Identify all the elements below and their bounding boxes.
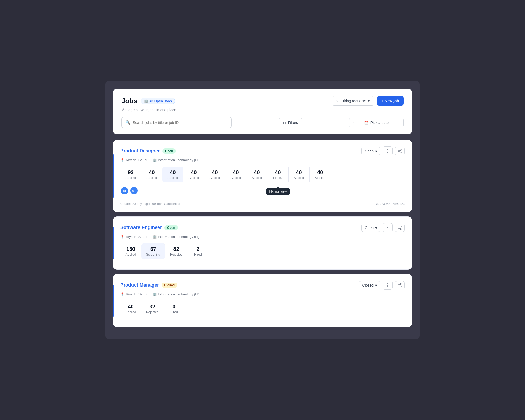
stat-label: Applied <box>251 176 262 180</box>
dropdown-label: Open <box>365 226 374 230</box>
card-left-accent <box>113 285 114 317</box>
stat-label: Hired <box>194 253 202 256</box>
stats-row: 150 Applied 67 Screening 82 Rejected 2 H… <box>120 243 405 259</box>
stat-label: Applied <box>167 176 178 180</box>
status-dropdown-button[interactable]: Open ▾ <box>361 147 380 155</box>
stat-number: 67 <box>150 246 156 252</box>
date-label: Pick a date <box>370 121 389 125</box>
stat-number: 40 <box>296 169 302 175</box>
search-box[interactable]: 🔍 <box>121 117 232 128</box>
svg-line-14 <box>399 284 400 285</box>
svg-point-11 <box>398 285 399 286</box>
dropdown-label: Open <box>365 149 374 153</box>
stat-label: Rejected <box>146 310 158 314</box>
share-icon <box>398 149 402 153</box>
date-picker-group: ← 📅 Pick a date → <box>349 118 404 127</box>
date-next-button[interactable]: → <box>393 118 403 127</box>
date-prev-button[interactable]: ← <box>349 118 360 127</box>
header-actions: ✈ Hiring requests ▾ + New job <box>332 96 404 106</box>
stat-number: 32 <box>150 304 155 310</box>
svg-point-5 <box>400 226 401 227</box>
svg-point-6 <box>398 227 399 228</box>
stat-item: 40 Applied <box>289 167 310 182</box>
stat-number: 40 <box>254 169 260 175</box>
location-icon: 📍 <box>120 235 125 239</box>
created-info: Created 23 days ago . 99 Total Candidate… <box>120 202 180 206</box>
filters-button[interactable]: ⊟ Filters <box>279 118 302 127</box>
share-button[interactable] <box>395 281 405 289</box>
stat-label: Applied <box>125 310 136 314</box>
stat-label: HR In.. <box>273 176 283 180</box>
job-meta: 📍 Riyadh, Saudi 🏢 Information Technology… <box>120 235 405 239</box>
header-card: Jobs 🏢 43 Open Jobs ✈ Hiring requests ▾ … <box>113 89 412 134</box>
more-options-button[interactable]: ⋮ <box>383 146 393 155</box>
chevron-down-icon: ▾ <box>368 99 370 103</box>
header-left: Jobs 🏢 43 Open Jobs <box>121 97 175 105</box>
hiring-requests-button[interactable]: ✈ Hiring requests ▾ <box>332 96 374 106</box>
share-button[interactable] <box>395 147 405 155</box>
job-title-group: Software Engineer Open <box>120 225 178 230</box>
svg-point-0 <box>400 149 401 150</box>
avatar-group: MST <box>120 186 405 195</box>
stat-item: 40 Applied <box>183 167 204 182</box>
chevron-down-icon: ▾ <box>375 226 377 230</box>
job-id: ID:20230621-ABC123 <box>374 202 405 206</box>
stat-number: 40 <box>191 169 197 175</box>
status-badge: Open <box>162 148 176 154</box>
job-card: Product Manager Closed Closed ▾ ⋮ <box>113 274 412 327</box>
date-picker-button[interactable]: 📅 Pick a date <box>360 118 393 127</box>
more-options-button[interactable]: ⋮ <box>383 281 393 290</box>
stat-item: 32 Rejected <box>141 301 163 317</box>
location-text: Riyadh, Saudi <box>126 235 147 239</box>
stat-number: 40 <box>233 169 239 175</box>
stat-item: 40 Applied <box>162 167 183 182</box>
new-job-button[interactable]: + New job <box>377 96 404 106</box>
job-card-actions: Open ▾ ⋮ <box>361 146 405 155</box>
stat-item: 2 Hired <box>187 243 208 259</box>
job-card: Product Designer Open Open ▾ ⋮ 📍 <box>113 140 412 212</box>
stat-label: Screening <box>146 253 160 256</box>
job-title: Software Engineer <box>120 225 162 230</box>
stat-number: 82 <box>173 246 179 252</box>
department-icon: 🏢 <box>152 235 157 239</box>
svg-line-8 <box>399 228 400 229</box>
svg-line-13 <box>399 286 400 286</box>
stats-row: 40 Applied 32 Rejected 0 Hired <box>120 301 405 317</box>
stat-number: 93 <box>128 169 133 175</box>
share-button[interactable] <box>395 224 405 232</box>
stat-item: 67 Screening <box>141 243 165 259</box>
stat-item: 0 Hired <box>163 301 184 317</box>
location-meta: 📍 Riyadh, Saudi <box>120 292 147 296</box>
stat-item: 40 HR In.. HR interview <box>267 167 289 182</box>
search-input[interactable] <box>133 121 228 125</box>
location-meta: 📍 Riyadh, Saudi <box>120 235 147 239</box>
department-icon: 🏢 <box>152 158 157 162</box>
status-dropdown-button[interactable]: Closed ▾ <box>359 281 380 289</box>
stat-label: Applied <box>146 176 157 180</box>
more-options-button[interactable]: ⋮ <box>383 223 393 232</box>
job-card-header: Product Designer Open Open ▾ ⋮ <box>120 146 405 155</box>
department-icon: 🏢 <box>152 292 157 296</box>
stat-number: 40 <box>212 169 218 175</box>
job-footer: Created 23 days ago . 99 Total Candidate… <box>120 199 405 206</box>
department-meta: 🏢 Information Technology (IT) <box>152 158 199 162</box>
status-dropdown-button[interactable]: Open ▾ <box>361 224 380 232</box>
job-title: Product Manager <box>120 282 159 288</box>
location-icon: 📍 <box>120 292 125 296</box>
svg-line-9 <box>399 227 400 227</box>
stat-item: 40 Applied <box>246 167 267 182</box>
location-text: Riyadh, Saudi <box>126 292 147 296</box>
avatar: M <box>120 186 129 195</box>
card-left-accent <box>113 227 114 259</box>
stat-number: 40 <box>128 304 133 310</box>
status-badge: Closed <box>162 283 177 288</box>
card-left-accent <box>113 154 114 198</box>
stat-label: Applied <box>209 176 220 180</box>
location-meta: 📍 Riyadh, Saudi <box>120 158 147 162</box>
stat-number: 40 <box>317 169 323 175</box>
stat-item: 93 Applied <box>120 167 141 182</box>
job-title-group: Product Manager Closed <box>120 282 177 288</box>
calendar-icon: 📅 <box>364 121 369 125</box>
chevron-down-icon: ▾ <box>375 149 377 153</box>
department-text: Information Technology (IT) <box>158 158 199 162</box>
